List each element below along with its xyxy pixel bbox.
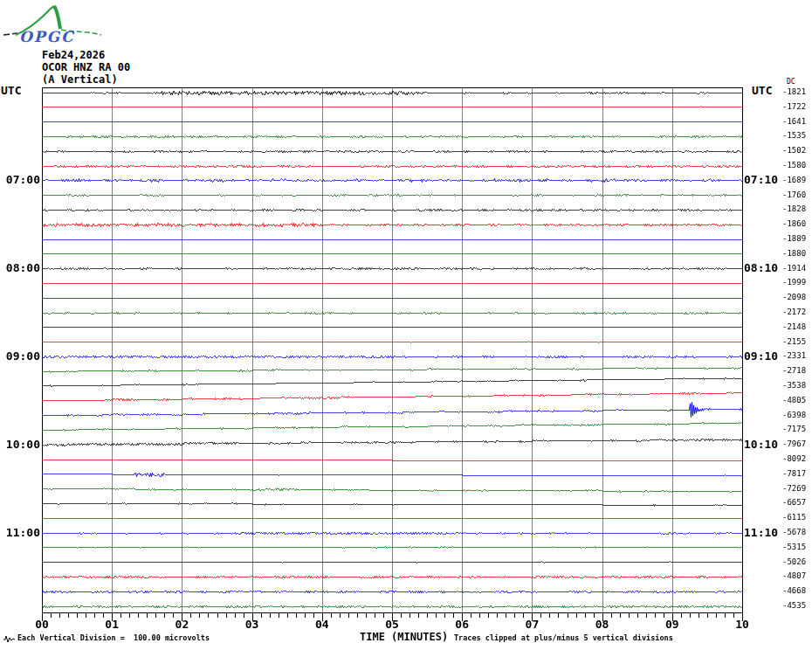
dc-value: -1821 xyxy=(782,88,806,96)
dc-value: -4668 xyxy=(782,587,806,595)
dc-value: -5315 xyxy=(782,543,806,551)
x-tick-label: 04 xyxy=(311,619,334,630)
dc-value: -2098 xyxy=(782,294,806,301)
dc-value: -7817 xyxy=(782,470,806,478)
clip-note: Traces clipped at plus/minus 5 vertical … xyxy=(454,634,673,642)
hour-label-right: 09:10 xyxy=(744,350,778,362)
dc-value: -2148 xyxy=(782,323,806,331)
scale-wiggle-icon xyxy=(3,634,16,643)
x-tick-label: 08 xyxy=(591,619,614,630)
hour-label-right: 11:10 xyxy=(744,527,778,538)
dc-value: -5026 xyxy=(782,558,806,566)
hour-label-right: 08:10 xyxy=(744,262,778,273)
helicorder-plot xyxy=(0,0,812,650)
hour-label-left: 10:00 xyxy=(0,439,40,450)
dc-value: -7967 xyxy=(782,440,806,448)
dc-value: -1760 xyxy=(782,191,806,199)
hour-label-left: 11:00 xyxy=(0,527,40,538)
dc-value: -6115 xyxy=(782,514,806,522)
hour-label-right: 07:10 xyxy=(744,174,778,185)
helicorder-page: OPGC Feb24,2026 OCOR HNZ RA 00 (A Vertic… xyxy=(0,0,812,650)
dc-value: -1502 xyxy=(782,147,806,155)
scale-note: Each Vertical Division = 100.00 microvol… xyxy=(17,634,210,642)
dc-value: -4805 xyxy=(782,397,806,405)
dc-value: -2172 xyxy=(782,308,806,316)
dc-value: -1889 xyxy=(782,235,806,243)
dc-value: -1880 xyxy=(782,250,806,258)
dc-value: -4807 xyxy=(782,572,806,580)
dc-value: -6398 xyxy=(782,411,806,419)
dc-value: -7175 xyxy=(782,425,806,433)
dc-value: -1535 xyxy=(782,132,806,140)
x-tick-label: 09 xyxy=(661,619,684,630)
dc-value: -8092 xyxy=(782,455,806,463)
dc-value: -1828 xyxy=(782,205,806,213)
x-tick-label: 03 xyxy=(241,619,264,630)
dc-value: -2155 xyxy=(782,338,806,346)
hour-label-left: 07:00 xyxy=(0,174,40,185)
dc-value: -2718 xyxy=(782,367,806,375)
x-tick-label: 02 xyxy=(170,619,193,630)
x-tick-label: 10 xyxy=(731,619,754,630)
x-tick-label: 05 xyxy=(381,619,403,630)
dc-value: -5678 xyxy=(782,529,806,536)
x-tick-label: 00 xyxy=(31,619,53,630)
dc-value: -1580 xyxy=(782,162,806,169)
x-tick-label: 01 xyxy=(100,619,123,630)
dc-value: -1860 xyxy=(782,220,806,228)
x-tick-label: 07 xyxy=(520,619,543,630)
time-axis-label: TIME (MINUTES) xyxy=(360,632,448,642)
dc-value: -3538 xyxy=(782,382,806,390)
dc-value: -6657 xyxy=(782,499,806,507)
dc-value: -1641 xyxy=(782,118,806,126)
dc-value: -1722 xyxy=(782,103,806,111)
dc-value: -2331 xyxy=(782,352,806,360)
dc-value: -1999 xyxy=(782,279,806,287)
hour-label-left: 08:00 xyxy=(0,262,40,273)
hour-label-left: 09:00 xyxy=(0,350,40,362)
dc-value: -4535 xyxy=(782,602,806,610)
dc-value: -1914 xyxy=(782,265,806,273)
x-tick-label: 06 xyxy=(451,619,473,630)
dc-value: -7269 xyxy=(782,485,806,493)
hour-label-right: 10:10 xyxy=(744,439,778,450)
dc-value: -1689 xyxy=(782,176,806,184)
